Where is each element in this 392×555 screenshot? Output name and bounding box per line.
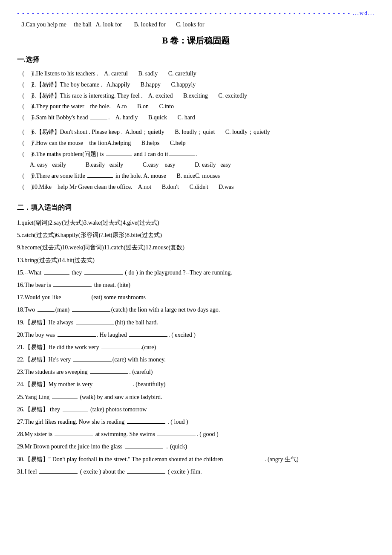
paren-8: （ ） — [19, 149, 32, 159]
item-6: （ ） 6.【易错】Don't shout . Please keep . A.… — [17, 127, 375, 137]
paren-4: （ ） — [19, 101, 32, 112]
item-10: （ ） 10.Mike help Mr Green clean the offi… — [17, 182, 375, 192]
item-5-text: 5.Sam hit Bobby's head . A. hardly B.qui… — [32, 113, 375, 123]
item-8: （ ） 8.The maths problem(问题) is and I can… — [17, 149, 375, 159]
fill-29: 29.Mr Brown poured the juice into the gl… — [17, 441, 375, 452]
section2-header: 二．填入适当的词 — [17, 202, 375, 213]
item-6-text: 6.【易错】Don't shout . Please keep . A.loud… — [32, 127, 375, 137]
paren-1: （ ） — [19, 69, 32, 79]
fill-17: 17.Would you like (eat) some mushrooms — [17, 292, 375, 303]
fill-15: 15.--What they ( do ) in the playground … — [17, 267, 375, 278]
item-7: （ ） 7.How can the mouse the lionA.helpin… — [17, 138, 375, 148]
fill-20: 20.The boy was . He laughed . ( excited … — [17, 330, 375, 340]
item-5: （ ） 5.Sam hit Bobby's head . A. hardly B… — [17, 113, 375, 123]
fill-31: 31.I feel ( excite ) about the ( excite … — [17, 466, 375, 477]
item-4: （ ） 4.They pour the water the hole. A.to… — [17, 101, 375, 112]
item-7-text: 7.How can the mouse the lionA.helping B.… — [32, 138, 375, 148]
fill-30: 30.【易错】" Don't play football in the stre… — [17, 454, 375, 465]
fill-23: 23.The students are sweeping . (careful) — [17, 367, 375, 377]
fill-27: 27.The girl likes reading. Now she is re… — [17, 416, 375, 427]
fill-22: 22.【易错】He's very (care) with his money. — [17, 354, 375, 365]
item-9-text: 9.There are some little in the hole. A. … — [32, 171, 375, 181]
fill-25: 25.Yang Ling (walk) by and saw a nice la… — [17, 392, 375, 402]
fill-section: 1.quiet(副词)2.say(过去式)3.wake(过去式)4.give(过… — [17, 217, 375, 477]
item-2: （ ） 2.【易错】The boy became . A.happily B.h… — [17, 80, 375, 90]
question-3: 3.Can you help me the ball A. look for B… — [21, 20, 375, 30]
fill-21: 21.【易错】He did the work very .(care) — [17, 342, 375, 353]
paren-6: （ ） — [19, 127, 32, 137]
item-2-text: 2.【易错】The boy became . A.happily B.happy… — [32, 80, 375, 90]
paren-2: （ ） — [19, 80, 32, 90]
item-3: （ ） 3.【易错】This race is interesting. They… — [17, 91, 375, 101]
fill-3: 9.become(过去式)10.week(同音词)11.catch(过去式)12… — [17, 242, 375, 253]
paren-9: （ ） — [19, 171, 32, 181]
fill-26: 26.【易错】 they (take) photos tomorrow — [17, 404, 375, 415]
fill-2: 5.catch(过去式)6.happily(形容词)7.let(原形)8.bit… — [17, 230, 375, 240]
item-9: （ ） 9.There are some little in the hole.… — [17, 171, 375, 181]
section1-header: 一.选择 — [17, 54, 375, 65]
fill-24: 24.【易错】My mother is very. (beautifully) — [17, 379, 375, 390]
item-8-text: 8.The maths problem(问题) is and I can do … — [32, 149, 375, 159]
top-dashed-line: - - - - - - - - - - - - - - - - - - - - … — [17, 9, 375, 18]
item-10-text: 10.Mike help Mr Green clean the office. … — [32, 182, 375, 192]
paren-10: （ ） — [19, 182, 32, 192]
paren-5: （ ） — [19, 113, 32, 123]
fill-4: 13.bring(过去式)14.hit(过去式) — [17, 255, 375, 266]
fill-16: 16.The bear is the meat. (bite) — [17, 280, 375, 290]
item-4-text: 4.They pour the water the hole. A.to B.o… — [32, 101, 375, 112]
paren-7: （ ） — [19, 138, 32, 148]
fill-28: 28.My sister is at swimming. She swims .… — [17, 429, 375, 439]
item-1-text: 1.He listens to his teachers . A. carefu… — [32, 69, 375, 79]
item-1: （ ） 1.He listens to his teachers . A. ca… — [17, 69, 375, 79]
fill-18: 18.Two (man) (catch) the lion with a lar… — [17, 304, 375, 315]
paren-3: （ ） — [19, 91, 32, 101]
item-8-options: A. easy easily B.easily easily C.easy ea… — [30, 160, 375, 170]
fill-1: 1.quiet(副词)2.say(过去式)3.wake(过去式)4.give(过… — [17, 217, 375, 228]
item-3-text: 3.【易错】This race is interesting. They fee… — [32, 91, 375, 101]
section-title-b: B 卷：课后稳固题 — [17, 33, 375, 48]
fill-19: 19.【易错】He always (hit) the ball hard. — [17, 317, 375, 328]
